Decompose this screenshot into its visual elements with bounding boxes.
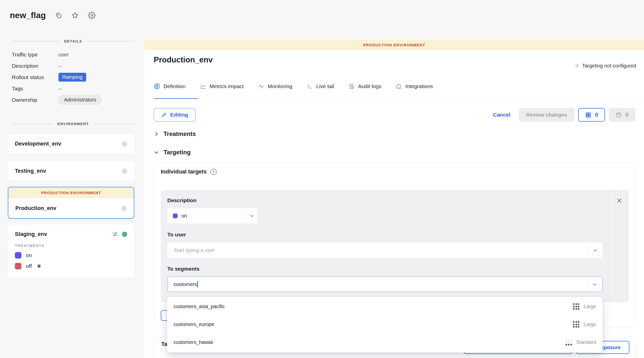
production-environment-strip: PRODUCTION ENVIRONMENT: [8, 187, 134, 198]
changes-count: 0: [595, 112, 598, 118]
production-environment-banner: PRODUCTION ENVIRONMENT: [144, 40, 644, 50]
treatments-section-toggle[interactable]: Treatments: [154, 130, 196, 137]
env-name: Testing_env: [15, 168, 46, 174]
treatment-select-value: on: [181, 213, 246, 219]
tab-metrics-impact[interactable]: Metrics impact: [200, 83, 244, 90]
puzzle-icon: [396, 83, 402, 90]
swap-arrows-icon: [112, 231, 118, 237]
segment-name: customers_asia_pacific: [174, 304, 225, 309]
tab-monitoring[interactable]: Monitoring: [258, 83, 292, 90]
env-card-production[interactable]: PRODUCTION ENVIRONMENT Production_env: [8, 187, 134, 219]
cancel-button[interactable]: Cancel: [493, 112, 510, 118]
env-status-dot-active: [122, 232, 127, 237]
grid-icon: [585, 112, 591, 118]
details-heading: DETAILS: [64, 39, 82, 43]
description-value: –: [58, 63, 61, 69]
tab-label: Audit logs: [358, 83, 381, 89]
to-segments-label: To segments: [167, 265, 603, 272]
editing-label: Editing: [170, 112, 188, 118]
detail-row-ownership: Ownership Administrators: [12, 94, 137, 105]
to-segments-value: customers: [174, 281, 197, 287]
tab-label: Metrics impact: [210, 83, 244, 89]
segment-size-label: Large: [584, 321, 596, 327]
tab-definition[interactable]: Definition: [154, 83, 186, 90]
treatment-name: on: [26, 252, 32, 258]
status-dot-icon: [575, 64, 579, 68]
env-name: Production_env: [15, 205, 56, 211]
chevron-right-icon: [154, 131, 159, 137]
tags-value: –: [58, 86, 61, 92]
details-rows: Traffic type user Description – Rollout …: [12, 49, 137, 105]
segment-option-hawaii[interactable]: customers_hawaii Standard: [167, 333, 603, 351]
detail-row-tags: Tags –: [12, 83, 137, 94]
help-icon[interactable]: ?: [210, 169, 217, 175]
editing-button[interactable]: Editing: [154, 108, 196, 122]
segment-option-europe[interactable]: customers_europe Large: [167, 315, 603, 333]
env-status-dot: [122, 141, 127, 147]
ownership-pill[interactable]: Administrators: [58, 95, 102, 105]
main-panel: PRODUCTION ENVIRONMENT Production_env Ta…: [144, 40, 644, 358]
chevron-down-icon[interactable]: [587, 277, 602, 292]
divider-line: [12, 124, 52, 124]
segment-size-icon-large: [573, 321, 579, 328]
detail-row-traffic-type: Traffic type user: [12, 49, 137, 60]
segment-size-label: Standard: [576, 339, 596, 345]
target-rule-rail: [609, 190, 629, 302]
tabs-divider: [144, 99, 644, 99]
treatment-color-swatch: [173, 213, 178, 218]
environment-section-header: ENVIRONMENT: [12, 122, 134, 126]
segment-option-asia-pacific[interactable]: customers_asia_pacific Large: [167, 298, 603, 315]
env-card-testing[interactable]: Testing_env: [8, 161, 134, 181]
to-user-field: [167, 242, 603, 258]
rollout-status-badge: Ramping: [58, 73, 86, 82]
env-status-dot: [122, 168, 127, 174]
schedule-count-button[interactable]: 0: [609, 108, 635, 122]
calendar-icon: [616, 112, 622, 118]
segment-size-label: Large: [584, 304, 596, 309]
segment-size-icon-large: [573, 303, 579, 310]
individual-targets-heading: Individual targets: [161, 168, 207, 175]
tab-audit-logs[interactable]: Audit logs: [348, 83, 381, 90]
tab-live-tail[interactable]: Live tail: [307, 83, 334, 90]
treatment-select[interactable]: on: [167, 208, 258, 223]
tags-label: Tags: [12, 86, 58, 92]
close-icon[interactable]: [616, 197, 622, 204]
monitoring-icon: [258, 83, 264, 90]
traffic-type-label: Traffic type: [12, 52, 58, 58]
targeting-section-toggle[interactable]: Targeting: [154, 149, 191, 156]
chevron-down-icon[interactable]: [588, 242, 603, 258]
details-section-header: DETAILS: [12, 39, 134, 43]
chevron-down-icon: [154, 150, 159, 155]
rollout-status-label: Rollout status: [12, 74, 58, 80]
targeting-status-text: Targeting not configured: [582, 63, 636, 69]
description-field-label: Description: [167, 197, 603, 204]
review-changes-button[interactable]: Review changes: [519, 108, 574, 122]
target-rule-block: Description on To user: [161, 190, 629, 302]
to-segments-field[interactable]: customers: [167, 276, 603, 292]
treatment-color-on: [15, 252, 21, 259]
changes-count-button[interactable]: 0: [578, 108, 605, 122]
env-card-staging[interactable]: Staging_env TREATMENTS on off: [8, 225, 134, 278]
schedule-count: 0: [625, 112, 628, 118]
detail-row-rollout-status: Rollout status Ramping: [12, 71, 137, 83]
chevron-down-icon: [246, 213, 258, 219]
targeting-status: Targeting not configured: [575, 63, 636, 69]
divider-line: [94, 124, 134, 124]
metrics-icon: [200, 83, 206, 90]
treatment-color-off: [15, 263, 21, 269]
tab-integrations[interactable]: Integrations: [396, 83, 433, 90]
to-user-label: To user: [167, 231, 603, 238]
page-title: Production_env: [154, 55, 213, 64]
tab-label: Definition: [164, 83, 186, 89]
tab-label: Integrations: [405, 83, 433, 89]
pencil-icon: [161, 112, 167, 118]
segment-name: customers_europe: [174, 321, 214, 327]
edit-actions: Cancel Review changes 0 0: [493, 108, 635, 122]
env-card-development[interactable]: Development_env: [8, 134, 134, 154]
tab-label: Monitoring: [268, 83, 292, 89]
targeting-section-title: Targeting: [164, 149, 191, 156]
definition-icon: [154, 83, 160, 90]
tab-bar: Definition Metrics impact Monitoring: [154, 83, 433, 90]
divider-line: [12, 41, 59, 41]
to-user-input[interactable]: [174, 242, 587, 258]
